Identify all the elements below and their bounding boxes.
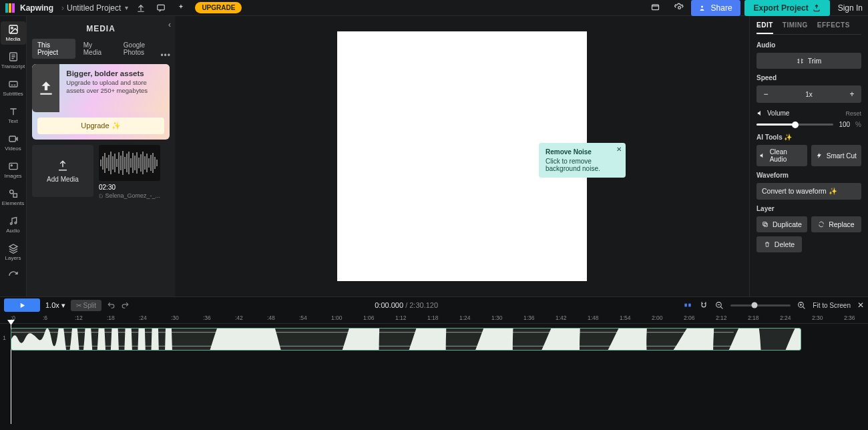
ruler-tick: 2:18 [748, 314, 759, 321]
timeline-controls: 1.0x▾ ✂ Split 0:00.000 / 2:30.120 Fit to… [0, 297, 868, 313]
refresh-icon [8, 270, 19, 281]
rail-audio[interactable]: Audio [1, 213, 26, 236]
upload-icon [57, 160, 69, 172]
rail-images[interactable]: Images [1, 158, 26, 182]
playback-speed[interactable]: 1.0x▾ [45, 301, 65, 310]
rail-elements[interactable]: Elements [1, 186, 26, 209]
rail-media[interactable]: Media [1, 21, 26, 45]
replace-icon [818, 221, 825, 228]
zoom-slider[interactable] [730, 304, 791, 306]
split-button[interactable]: ✂ Split [71, 300, 101, 311]
rail-more[interactable] [1, 268, 26, 284]
tab-edit[interactable]: EDIT [756, 21, 773, 34]
clip-filename: Selena_Gomez_-_... [99, 192, 160, 199]
svg-point-14 [15, 222, 17, 224]
upgrade-pill[interactable]: UPGRADE [195, 2, 242, 13]
duplicate-icon [762, 221, 769, 228]
videos-icon [8, 134, 19, 144]
svg-rect-12 [13, 194, 17, 197]
panel-title: MEDIA [32, 21, 170, 39]
layers-icon [8, 243, 19, 254]
snap-icon[interactable] [683, 300, 692, 310]
logo[interactable] [5, 3, 15, 13]
tab-this-project[interactable]: This Project [32, 39, 75, 59]
comment-icon[interactable] [154, 1, 168, 15]
chevron-down-icon[interactable]: ▾ [125, 4, 128, 11]
ruler-tick: 2:00 [652, 314, 663, 321]
ruler-tick: 1:06 [363, 314, 375, 321]
more-icon[interactable]: ••• [160, 51, 171, 60]
ruler-tick: 1:48 [588, 314, 599, 321]
main-area: Media Transcript Subtitles Text Videos I… [0, 16, 868, 296]
brand[interactable]: Kapwing [20, 3, 53, 13]
rail-text[interactable]: Text [1, 103, 26, 127]
close-icon[interactable]: ✕ [616, 146, 622, 153]
trim-button[interactable]: Trim [756, 53, 861, 69]
svg-rect-8 [9, 136, 15, 142]
sparkle-icon[interactable] [174, 1, 188, 15]
audio-track-clip[interactable] [11, 328, 801, 351]
collapse-panel-icon[interactable]: ‹ [168, 20, 171, 29]
magnet-icon[interactable] [699, 300, 708, 310]
section-ai-tools: AI Tools ✨ [756, 134, 861, 141]
volume-reset[interactable]: Reset [845, 110, 861, 117]
time-ruler[interactable]: :0:6:12:18:24:30:36:42:48:541:001:061:12… [0, 313, 868, 324]
clean-audio-button[interactable]: Clean Audio [756, 145, 807, 166]
ruler-tick: 2:06 [684, 314, 695, 321]
volume-slider[interactable] [756, 124, 833, 126]
transcript-icon [8, 51, 19, 62]
svg-point-13 [10, 223, 12, 225]
track-row-label: 1 [3, 335, 6, 341]
play-button[interactable] [4, 298, 40, 312]
project-title[interactable]: Untitled Project [67, 3, 121, 13]
section-speed: Speed [756, 74, 861, 81]
zoom-out-icon[interactable] [715, 301, 724, 310]
undo-button[interactable] [107, 301, 116, 310]
file-icon [99, 193, 103, 199]
redo-button[interactable] [121, 301, 130, 310]
tab-timing[interactable]: TIMING [783, 21, 808, 34]
text-icon [8, 106, 19, 117]
ruler-tick: 1:24 [459, 314, 471, 321]
media-panel: ‹ ••• MEDIA This Project My Media Google… [27, 16, 175, 296]
section-volume: Volume [767, 110, 789, 117]
notifications-icon[interactable] [648, 1, 663, 15]
gear-icon[interactable] [672, 1, 687, 15]
speed-stepper: − 1x + [756, 85, 861, 103]
rail-videos[interactable]: Videos [1, 131, 26, 154]
play-icon [19, 302, 26, 309]
canvas-area[interactable]: ✕ Remove Noise Click to remove backgroun… [175, 16, 749, 296]
share-button[interactable]: Share [691, 0, 740, 16]
delete-button[interactable]: Delete [756, 236, 802, 252]
ruler-tick: :36 [203, 314, 211, 321]
promo-upgrade-button[interactable]: Upgrade ✨ [37, 118, 164, 134]
ruler-tick: :12 [75, 314, 83, 321]
section-layer: Layer [756, 205, 861, 212]
fit-to-screen[interactable]: Fit to Screen [813, 302, 851, 309]
speed-decrease[interactable]: − [756, 85, 775, 103]
zoom-in-icon[interactable] [797, 301, 806, 310]
tab-effects[interactable]: EFFECTS [817, 21, 850, 34]
svg-point-11 [9, 190, 13, 194]
export-icon [813, 4, 821, 12]
smart-cut-button[interactable]: Smart Cut [811, 145, 862, 166]
export-button[interactable]: Export Project [744, 0, 830, 16]
duplicate-button[interactable]: Duplicate [756, 216, 807, 232]
media-clip[interactable]: 02:30 Selena_Gomez_-_... [99, 145, 160, 199]
rail-transcript[interactable]: Transcript [1, 49, 26, 72]
svg-point-10 [11, 165, 12, 166]
add-media-button[interactable]: Add Media [32, 145, 93, 197]
replace-button[interactable]: Replace [811, 216, 861, 232]
convert-waveform-button[interactable]: Convert to waveform ✨ [756, 183, 861, 200]
top-bar: Kapwing › Untitled Project ▾ UPGRADE Sha… [0, 0, 868, 16]
promo-sub: Upgrade to upload and store assets over … [66, 79, 163, 95]
sign-in-link[interactable]: Sign In [838, 3, 863, 13]
speed-increase[interactable]: + [843, 85, 861, 103]
rail-layers[interactable]: Layers [1, 240, 26, 264]
rail-subtitles[interactable]: Subtitles [1, 76, 26, 99]
upload-icon[interactable] [134, 1, 148, 15]
close-icon[interactable]: ✕ [857, 300, 864, 310]
breadcrumb-sep: › [61, 3, 64, 13]
track-area[interactable]: 1 [0, 324, 868, 424]
tab-my-media[interactable]: My Media [78, 39, 116, 59]
